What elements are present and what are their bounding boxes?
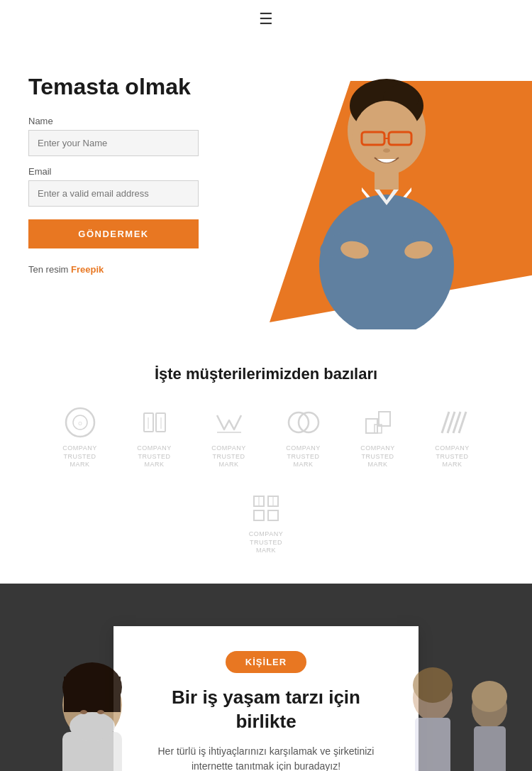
header: ☰ [0, 0, 532, 38]
menu-icon[interactable]: ☰ [259, 10, 273, 28]
team-content: KİŞİLER Bir iş yaşam tarzı için birlikte… [0, 584, 532, 771]
svg-rect-25 [366, 419, 377, 433]
svg-rect-42 [64, 677, 121, 712]
svg-rect-8 [375, 172, 399, 190]
logo-label-6: COMPANYTRUSTED MARK [426, 444, 479, 469]
svg-point-10 [319, 195, 454, 329]
logo-company-6: COMPANYTRUSTED MARK [426, 405, 479, 469]
svg-text:O: O [78, 421, 82, 426]
team-section: KİŞİLER Bir iş yaşam tarzı için birlikte… [0, 584, 532, 771]
logo-company-7: COMPANYTRUSTED MARK [240, 491, 293, 555]
logo-label-3: COMPANYTRUSTED MARK [202, 444, 255, 469]
freepik-link[interactable]: Freepik [71, 264, 104, 275]
clients-title: İşte müşterilerimizden bazıları [28, 365, 504, 383]
svg-rect-47 [415, 718, 450, 771]
submit-button[interactable]: GÖNDERMEK [28, 219, 199, 248]
svg-point-43 [80, 710, 87, 714]
svg-rect-26 [379, 412, 390, 426]
name-input[interactable] [28, 130, 199, 156]
logo-company-5: COMPANYTRUSTED MARK [351, 405, 404, 469]
logo-label-5: COMPANYTRUSTED MARK [351, 444, 404, 469]
clients-section: İşte müşterilerimizden bazıları O COMPAN… [0, 329, 532, 584]
svg-point-40 [70, 712, 115, 740]
hero-section: Temasta olmak Name Email GÖNDERMEK Ten r… [0, 38, 532, 329]
name-label: Name [28, 116, 255, 126]
svg-rect-49 [474, 726, 506, 771]
hero-image-area [255, 67, 504, 315]
email-label: Email [28, 166, 255, 177]
email-input[interactable] [28, 180, 199, 207]
hero-form: Temasta olmak Name Email GÖNDERMEK Ten r… [28, 67, 255, 275]
svg-point-44 [97, 710, 104, 714]
svg-rect-35 [268, 510, 278, 520]
logos-row: O COMPANYTRUSTED MARK COMPANYTRUSTED MAR… [28, 405, 504, 555]
hero-title: Temasta olmak [28, 74, 255, 100]
logo-company-3: COMPANYTRUSTED MARK [202, 405, 255, 469]
logo-company-2: COMPANYTRUSTED MARK [128, 405, 181, 469]
logo-label-2: COMPANYTRUSTED MARK [128, 444, 181, 469]
logo-company-1: O COMPANYTRUSTED MARK [53, 405, 106, 469]
svg-rect-34 [254, 510, 264, 520]
kisiler-badge: KİŞİLER [226, 651, 306, 673]
hero-credit: Ten resim Freepik [28, 264, 255, 275]
logo-label-4: COMPANYTRUSTED MARK [277, 444, 330, 469]
logo-company-4: COMPANYTRUSTED MARK [277, 405, 330, 469]
logo-label-1: COMPANYTRUSTED MARK [53, 444, 106, 469]
svg-point-50 [413, 667, 453, 703]
woman-image [270, 74, 518, 329]
svg-point-7 [383, 148, 390, 153]
svg-point-51 [472, 681, 507, 712]
logo-label-7: COMPANYTRUSTED MARK [240, 530, 293, 555]
